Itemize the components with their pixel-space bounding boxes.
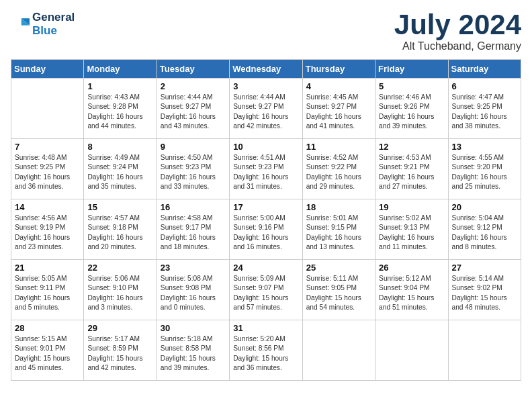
calendar-cell: 1Sunrise: 4:43 AM Sunset: 9:28 PM Daylig…	[84, 79, 157, 139]
calendar-cell: 15Sunrise: 4:57 AM Sunset: 9:18 PM Dayli…	[84, 199, 157, 260]
day-number: 14	[15, 202, 80, 212]
day-info: Sunrise: 4:53 AM Sunset: 9:21 PM Dayligh…	[379, 153, 444, 191]
calendar-cell: 28Sunrise: 5:15 AM Sunset: 9:01 PM Dayli…	[11, 320, 84, 381]
weekday-header-friday: Friday	[375, 60, 448, 79]
day-number: 25	[306, 263, 371, 273]
calendar-cell: 27Sunrise: 5:14 AM Sunset: 9:02 PM Dayli…	[448, 260, 521, 320]
day-info: Sunrise: 5:09 AM Sunset: 9:07 PM Dayligh…	[233, 274, 298, 312]
day-info: Sunrise: 4:44 AM Sunset: 9:27 PM Dayligh…	[161, 93, 226, 131]
day-info: Sunrise: 5:18 AM Sunset: 8:58 PM Dayligh…	[161, 334, 226, 373]
calendar-cell: 11Sunrise: 4:52 AM Sunset: 9:22 PM Dayli…	[302, 139, 375, 199]
calendar-cell: 23Sunrise: 5:08 AM Sunset: 9:08 PM Dayli…	[157, 260, 229, 320]
weekday-header-thursday: Thursday	[302, 60, 375, 79]
day-info: Sunrise: 5:11 AM Sunset: 9:05 PM Dayligh…	[306, 274, 371, 312]
day-number: 2	[161, 81, 226, 91]
calendar-cell: 29Sunrise: 5:17 AM Sunset: 8:59 PM Dayli…	[84, 320, 157, 381]
calendar-cell: 18Sunrise: 5:01 AM Sunset: 9:15 PM Dayli…	[302, 199, 375, 260]
weekday-header-wednesday: Wednesday	[230, 60, 302, 79]
day-number: 8	[87, 142, 152, 152]
month-title: July 2024	[394, 11, 521, 39]
calendar-cell	[375, 320, 448, 381]
weekday-header-monday: Monday	[84, 60, 157, 79]
day-number: 4	[306, 81, 371, 91]
day-info: Sunrise: 5:14 AM Sunset: 9:02 PM Dayligh…	[452, 274, 517, 312]
day-info: Sunrise: 5:17 AM Sunset: 8:59 PM Dayligh…	[87, 334, 152, 373]
week-row-5: 28Sunrise: 5:15 AM Sunset: 9:01 PM Dayli…	[11, 320, 521, 381]
weekday-header-sunday: Sunday	[11, 60, 84, 79]
day-info: Sunrise: 5:12 AM Sunset: 9:04 PM Dayligh…	[379, 274, 444, 312]
calendar-cell: 19Sunrise: 5:02 AM Sunset: 9:13 PM Dayli…	[375, 199, 448, 260]
calendar-cell: 26Sunrise: 5:12 AM Sunset: 9:04 PM Dayli…	[375, 260, 448, 320]
calendar-cell: 2Sunrise: 4:44 AM Sunset: 9:27 PM Daylig…	[157, 79, 229, 139]
day-number: 21	[15, 263, 80, 273]
calendar-cell: 3Sunrise: 4:44 AM Sunset: 9:27 PM Daylig…	[230, 79, 302, 139]
calendar-cell: 9Sunrise: 4:50 AM Sunset: 9:23 PM Daylig…	[157, 139, 229, 199]
weekday-header-saturday: Saturday	[448, 60, 521, 79]
day-number: 5	[379, 81, 444, 91]
calendar-cell	[11, 79, 84, 139]
day-info: Sunrise: 5:00 AM Sunset: 9:16 PM Dayligh…	[233, 214, 298, 252]
day-number: 1	[87, 81, 152, 91]
day-info: Sunrise: 4:48 AM Sunset: 9:25 PM Dayligh…	[15, 153, 80, 191]
day-info: Sunrise: 5:06 AM Sunset: 9:10 PM Dayligh…	[87, 274, 152, 312]
day-number: 7	[15, 142, 80, 152]
calendar-cell: 13Sunrise: 4:55 AM Sunset: 9:20 PM Dayli…	[448, 139, 521, 199]
day-number: 20	[452, 202, 517, 212]
logo: General Blue	[11, 11, 75, 38]
calendar-cell: 24Sunrise: 5:09 AM Sunset: 9:07 PM Dayli…	[230, 260, 302, 320]
calendar-cell	[448, 320, 521, 381]
calendar-cell: 4Sunrise: 4:45 AM Sunset: 9:27 PM Daylig…	[302, 79, 375, 139]
location-title: Alt Tucheband, Germany	[394, 40, 521, 52]
day-number: 6	[452, 81, 517, 91]
day-number: 31	[233, 323, 298, 333]
day-info: Sunrise: 5:15 AM Sunset: 9:01 PM Dayligh…	[15, 334, 80, 373]
week-row-3: 14Sunrise: 4:56 AM Sunset: 9:19 PM Dayli…	[11, 199, 521, 260]
day-number: 27	[452, 263, 517, 273]
calendar-cell: 17Sunrise: 5:00 AM Sunset: 9:16 PM Dayli…	[230, 199, 302, 260]
week-row-4: 21Sunrise: 5:05 AM Sunset: 9:11 PM Dayli…	[11, 260, 521, 320]
day-number: 24	[233, 263, 298, 273]
calendar-cell: 31Sunrise: 5:20 AM Sunset: 8:56 PM Dayli…	[230, 320, 302, 381]
day-number: 30	[161, 323, 226, 333]
calendar-table: SundayMondayTuesdayWednesdayThursdayFrid…	[11, 59, 521, 381]
day-number: 22	[87, 263, 152, 273]
day-number: 3	[233, 81, 298, 91]
logo-icon	[11, 15, 30, 34]
day-number: 28	[15, 323, 80, 333]
day-number: 15	[87, 202, 152, 212]
day-info: Sunrise: 4:46 AM Sunset: 9:26 PM Dayligh…	[379, 93, 444, 131]
day-info: Sunrise: 5:01 AM Sunset: 9:15 PM Dayligh…	[306, 214, 371, 252]
day-info: Sunrise: 4:44 AM Sunset: 9:27 PM Dayligh…	[233, 93, 298, 131]
day-info: Sunrise: 4:47 AM Sunset: 9:25 PM Dayligh…	[452, 93, 517, 131]
day-info: Sunrise: 4:43 AM Sunset: 9:28 PM Dayligh…	[87, 93, 152, 131]
calendar-cell: 14Sunrise: 4:56 AM Sunset: 9:19 PM Dayli…	[11, 199, 84, 260]
day-info: Sunrise: 4:55 AM Sunset: 9:20 PM Dayligh…	[452, 153, 517, 191]
weekday-header-tuesday: Tuesday	[157, 60, 229, 79]
calendar-cell: 30Sunrise: 5:18 AM Sunset: 8:58 PM Dayli…	[157, 320, 229, 381]
day-number: 16	[161, 202, 226, 212]
day-info: Sunrise: 5:04 AM Sunset: 9:12 PM Dayligh…	[452, 214, 517, 252]
day-info: Sunrise: 4:45 AM Sunset: 9:27 PM Dayligh…	[306, 93, 371, 131]
calendar-cell: 16Sunrise: 4:58 AM Sunset: 9:17 PM Dayli…	[157, 199, 229, 260]
calendar-cell: 12Sunrise: 4:53 AM Sunset: 9:21 PM Dayli…	[375, 139, 448, 199]
day-info: Sunrise: 4:50 AM Sunset: 9:23 PM Dayligh…	[161, 153, 226, 191]
calendar-cell: 22Sunrise: 5:06 AM Sunset: 9:10 PM Dayli…	[84, 260, 157, 320]
day-number: 10	[233, 142, 298, 152]
day-number: 9	[161, 142, 226, 152]
calendar-cell: 5Sunrise: 4:46 AM Sunset: 9:26 PM Daylig…	[375, 79, 448, 139]
day-number: 13	[452, 142, 517, 152]
day-number: 18	[306, 202, 371, 212]
day-number: 26	[379, 263, 444, 273]
day-info: Sunrise: 4:56 AM Sunset: 9:19 PM Dayligh…	[15, 214, 80, 252]
day-info: Sunrise: 4:57 AM Sunset: 9:18 PM Dayligh…	[87, 214, 152, 252]
logo-text: General Blue	[32, 11, 75, 38]
day-info: Sunrise: 4:58 AM Sunset: 9:17 PM Dayligh…	[161, 214, 226, 252]
day-info: Sunrise: 5:08 AM Sunset: 9:08 PM Dayligh…	[161, 274, 226, 312]
day-number: 17	[233, 202, 298, 212]
day-number: 19	[379, 202, 444, 212]
calendar-cell: 20Sunrise: 5:04 AM Sunset: 9:12 PM Dayli…	[448, 199, 521, 260]
calendar-cell: 7Sunrise: 4:48 AM Sunset: 9:25 PM Daylig…	[11, 139, 84, 199]
calendar-cell	[302, 320, 375, 381]
title-area: July 2024 Alt Tucheband, Germany	[394, 11, 521, 52]
day-info: Sunrise: 5:20 AM Sunset: 8:56 PM Dayligh…	[233, 334, 298, 373]
